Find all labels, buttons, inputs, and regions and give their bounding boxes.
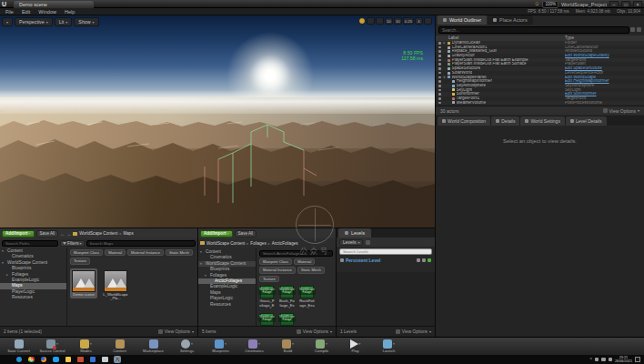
- levels-tab[interactable]: Levels: [338, 228, 371, 238]
- photos-icon[interactable]: [90, 357, 96, 363]
- column-type[interactable]: Type: [565, 35, 574, 40]
- toolbar-build-button[interactable]: ▾Build: [273, 339, 303, 353]
- feedback-icon[interactable]: ☺: [534, 0, 539, 8]
- chevron-down-icon[interactable]: ▾: [56, 342, 58, 346]
- breadcrumb-item[interactable]: WorldScape Content: [206, 241, 245, 246]
- filter-chip-material-instance[interactable]: Material Instance: [259, 267, 296, 273]
- filter-chip-blueprint-class[interactable]: Blueprint Class: [259, 258, 292, 265]
- tray-expand-icon[interactable]: ^: [589, 357, 591, 362]
- menu-help[interactable]: Help: [65, 9, 75, 15]
- tab-world-settings[interactable]: World Settings: [520, 116, 564, 126]
- search-levels-input[interactable]: Search Levels: [339, 248, 432, 255]
- camera-settings-icon[interactable]: [358, 17, 366, 25]
- tab-details[interactable]: Details: [491, 116, 519, 126]
- camera-mode-button[interactable]: Perspective ▾: [15, 17, 53, 26]
- toolbar-save-current-button[interactable]: Save Current: [4, 339, 34, 353]
- toolbar-modes-button[interactable]: ▾Modes: [71, 339, 101, 353]
- viewport-options-button[interactable]: ▾: [2, 17, 13, 26]
- filter-chip-blueprint-class[interactable]: Blueprint Class: [70, 249, 103, 256]
- tree-arrow-icon[interactable]: ▾: [200, 249, 204, 255]
- chevron-down-icon[interactable]: ▾: [225, 342, 226, 346]
- toolbar-content-button[interactable]: Content: [105, 339, 135, 353]
- save-all-button[interactable]: Save All: [235, 230, 257, 238]
- visibility-eye-icon[interactable]: [438, 46, 441, 49]
- unreal-icon[interactable]: U: [115, 357, 121, 363]
- tab-world-composition[interactable]: World Composition: [438, 116, 490, 126]
- filter-chip-material-instance[interactable]: Material Instance: [127, 249, 164, 256]
- levels-dropdown[interactable]: Levels ▾: [339, 239, 363, 246]
- visibility-eye-icon[interactable]: [438, 93, 441, 96]
- outliner-view-options[interactable]: View Options ▾: [603, 108, 639, 114]
- asset-tile[interactable]: WorldScape FoliageBush_Foliage_Example: [279, 286, 295, 308]
- tab-world-outliner[interactable]: World Outliner: [438, 15, 487, 25]
- tree-arrow-icon[interactable]: ▾: [200, 261, 204, 267]
- filter-chip-static-mesh[interactable]: Static Mesh: [166, 249, 193, 256]
- add-import-button[interactable]: Add/Import▾: [200, 230, 233, 238]
- visibility-eye-icon[interactable]: [438, 67, 441, 70]
- rotation-snap-icon[interactable]: 10: [394, 17, 402, 25]
- visibility-eye-icon[interactable]: [438, 59, 441, 62]
- breadcrumb-item[interactable]: ArcticFoliages: [272, 241, 298, 246]
- edge-icon[interactable]: [16, 357, 23, 363]
- asset-tile[interactable]: WorldScape FoliageTreeFoliage_Chen_Examp…: [259, 313, 275, 326]
- tree-item-resources[interactable]: Resources: [0, 295, 66, 300]
- chevron-down-icon[interactable]: ▾: [393, 342, 395, 346]
- close-button[interactable]: ×: [633, 1, 642, 7]
- filter-chip-static-mesh[interactable]: Static Mesh: [297, 267, 325, 273]
- visibility-eye-icon[interactable]: [438, 102, 441, 105]
- show-flags-button[interactable]: Show ▾: [74, 17, 98, 26]
- tree-arrow-icon[interactable]: ▸: [6, 272, 10, 278]
- view-mode-button[interactable]: Lit ▾: [55, 17, 73, 26]
- file-explorer-icon[interactable]: [65, 357, 72, 363]
- visibility-eye-icon[interactable]: [417, 258, 420, 262]
- asset-tile[interactable]: Demo scene: [70, 268, 97, 299]
- visibility-eye-icon[interactable]: [438, 63, 441, 66]
- lock-icon[interactable]: [422, 258, 426, 262]
- filter-icon[interactable]: [630, 27, 635, 32]
- tree-arrow-icon[interactable]: ▾: [205, 273, 208, 278]
- tab-place-actors[interactable]: Place Actors: [488, 15, 533, 25]
- menu-file[interactable]: File: [5, 9, 14, 15]
- paint-icon[interactable]: [102, 357, 108, 363]
- back-arrow-icon[interactable]: ←: [60, 231, 65, 237]
- asset-tile[interactable]: WorldScape FoliageGrass_Foliage_Example: [259, 286, 275, 308]
- chevron-down-icon[interactable]: ▾: [359, 342, 361, 346]
- outliner-row[interactable]: WeatherVolumePostProcessVolume: [436, 101, 644, 106]
- filter-chip-texture[interactable]: Texture: [259, 276, 279, 282]
- twitter-icon[interactable]: [53, 357, 59, 363]
- tab-level-details[interactable]: Level Details: [566, 116, 607, 126]
- asset-tile[interactable]: L_WorldScape_Pla...: [102, 268, 129, 303]
- breadcrumb[interactable]: WorldScape Content▸Maps: [79, 231, 134, 236]
- view-options-button[interactable]: View Options ▾: [158, 329, 194, 334]
- settings-gear-icon[interactable]: [637, 27, 641, 32]
- save-level-icon[interactable]: [428, 258, 431, 262]
- view-options-button[interactable]: View Options ▾: [396, 329, 431, 334]
- visibility-eye-icon[interactable]: [438, 55, 441, 57]
- filter-chip-material[interactable]: Material: [294, 258, 315, 265]
- network-icon[interactable]: [601, 358, 605, 361]
- tree-item-resources[interactable]: Resources: [198, 302, 256, 308]
- visibility-eye-icon[interactable]: [438, 97, 441, 100]
- toolbar-settings-button[interactable]: ▾Settings: [172, 339, 202, 353]
- toolbar-launch-button[interactable]: ▾Launch: [374, 339, 404, 353]
- toolbar-blueprints-button[interactable]: ▾Blueprints: [206, 339, 236, 353]
- search-paths-input[interactable]: Search Paths: [2, 240, 58, 247]
- filters-button[interactable]: Filters ▾: [60, 240, 85, 247]
- taskbar-clock[interactable]: 23:21 26/06/2021: [615, 356, 632, 363]
- asset-tile[interactable]: WorldScape FoliageTreeFoliage_Example: [279, 313, 295, 326]
- notification-center-icon[interactable]: [635, 357, 640, 362]
- asset-tile[interactable]: WorldScape FoliageRockFoliage_Example: [299, 286, 315, 308]
- visibility-eye-icon[interactable]: [438, 42, 441, 45]
- visibility-eye-icon[interactable]: [438, 50, 441, 53]
- microphone-icon[interactable]: [595, 358, 599, 361]
- filter-chip-material[interactable]: Material: [105, 249, 126, 256]
- menu-edit[interactable]: Edit: [22, 9, 30, 15]
- camera-speed-icon[interactable]: 4: [415, 17, 423, 25]
- surface-snap-icon[interactable]: [376, 17, 384, 25]
- chrome-icon[interactable]: [28, 357, 35, 363]
- level-tab[interactable]: Demo scene: [14, 1, 94, 8]
- chevron-down-icon[interactable]: ▾: [258, 342, 260, 346]
- toolbar-compile-button[interactable]: ▾Compile: [307, 339, 337, 353]
- visibility-eye-icon[interactable]: [438, 72, 441, 75]
- search-assets-input[interactable]: Search Maps: [86, 240, 196, 247]
